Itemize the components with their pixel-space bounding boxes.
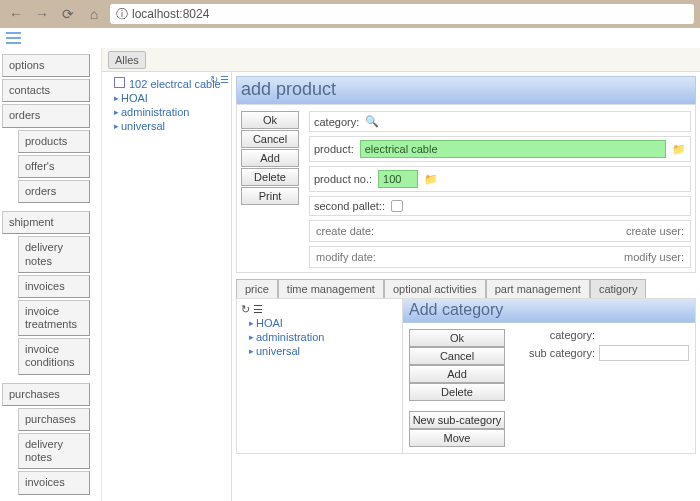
modify-info: modify date:modify user: <box>309 246 691 268</box>
product-buttons: OkCancelAddDeletePrint <box>241 111 299 268</box>
sidebar-item-options[interactable]: options <box>2 54 90 77</box>
tree1-hoai[interactable]: ▸HOAI <box>106 91 227 105</box>
sub-category-label: sub category: <box>515 347 595 359</box>
app: optionscontactsordersproductsoffer'sorde… <box>0 48 700 501</box>
category-main: Add category OkCancelAddDelete New sub-c… <box>403 299 695 453</box>
tab-catigory[interactable]: catigory <box>590 279 647 298</box>
refresh-icon[interactable]: ↻ <box>210 74 218 85</box>
tree2-administration[interactable]: ▸administration <box>241 330 398 344</box>
second-pallet-checkbox[interactable] <box>391 200 403 212</box>
category-buttons: OkCancelAddDelete New sub-categoryMove <box>409 329 505 447</box>
sidebar-item-offer-s[interactable]: offer's <box>18 155 90 178</box>
tree1-administration[interactable]: ▸administration <box>106 105 227 119</box>
product-fields: category: 🔍 product: electrical cable 📁 … <box>309 111 691 268</box>
chevron-right-icon: ▸ <box>114 121 119 131</box>
chevron-right-icon: ▸ <box>114 93 119 103</box>
move-button[interactable]: Move <box>409 429 505 447</box>
tree2-hoai[interactable]: ▸HOAI <box>241 316 398 330</box>
category-label: category: <box>515 329 595 341</box>
tab-optional-activities[interactable]: optional activities <box>384 279 486 298</box>
main-column: add product OkCancelAddDeletePrint categ… <box>232 72 700 501</box>
tab-price[interactable]: price <box>236 279 278 298</box>
sub-category-input[interactable] <box>599 345 689 361</box>
reload-button[interactable]: ⟳ <box>58 4 78 24</box>
sidebar-item-orders[interactable]: orders <box>2 104 90 127</box>
add-product-form: OkCancelAddDeletePrint category: 🔍 produ… <box>236 104 696 273</box>
expand-icon[interactable]: ☰ <box>220 74 229 85</box>
tabbar: pricetime managementoptional activitiesp… <box>236 279 696 298</box>
chevron-right-icon <box>114 77 127 90</box>
tree2-universal[interactable]: ▸universal <box>241 344 398 358</box>
forward-button[interactable]: → <box>32 4 52 24</box>
product-label: product: <box>314 143 354 155</box>
menu-icon[interactable] <box>6 32 694 44</box>
folder-icon[interactable]: 📁 <box>672 143 686 156</box>
sidebar-item-orders[interactable]: orders <box>18 180 90 203</box>
cancel-button[interactable]: Cancel <box>241 130 299 148</box>
second-pallet-label: second pallet:: <box>314 200 385 212</box>
expand-icon[interactable]: ☰ <box>253 303 263 315</box>
content: Alles ↻ ☰ 102 electrcal cable▸HOAI▸admin… <box>102 48 700 501</box>
sidebar-item-shipment[interactable]: shipment <box>2 211 90 234</box>
product-no-input[interactable]: 100 <box>378 170 418 188</box>
delete-button[interactable]: Delete <box>409 383 505 401</box>
print-button[interactable]: Print <box>241 187 299 205</box>
refresh-icon[interactable]: ↻ <box>241 303 250 315</box>
sidebar-item-invoices[interactable]: invoices <box>18 471 90 494</box>
product-no-label: product no.: <box>314 173 372 185</box>
sidebar-item-delivery-notes[interactable]: delivery notes <box>18 236 90 272</box>
sidebar-item-purchases[interactable]: purchases <box>2 383 90 406</box>
chevron-right-icon: ▸ <box>249 318 254 328</box>
folder-icon[interactable]: 📁 <box>424 173 438 186</box>
search-icon[interactable]: 🔍 <box>365 115 379 128</box>
sidebar-item-purchases[interactable]: purchases <box>18 408 90 431</box>
cancel-button[interactable]: Cancel <box>409 347 505 365</box>
tree1-universal[interactable]: ▸universal <box>106 119 227 133</box>
delete-button[interactable]: Delete <box>241 168 299 186</box>
category-fields: category: sub category: <box>515 329 689 447</box>
filter-chip[interactable]: Alles <box>108 51 146 69</box>
add-category-title: Add category <box>403 299 695 323</box>
sidebar-item-contacts[interactable]: contacts <box>2 79 90 102</box>
chevron-right-icon: ▸ <box>114 107 119 117</box>
workspace: ↻ ☰ 102 electrcal cable▸HOAI▸administrat… <box>102 72 700 501</box>
topbar: Alles <box>102 48 700 72</box>
url-bar[interactable]: ⓘ localhost:8024 <box>110 4 694 24</box>
ok-button[interactable]: Ok <box>241 111 299 129</box>
tab-time-management[interactable]: time management <box>278 279 384 298</box>
new-sub-category-button[interactable]: New sub-category <box>409 411 505 429</box>
tree1-electrical-cable[interactable]: 102 electrcal cable <box>106 76 227 91</box>
sidebar-item-delivery-notes[interactable]: delivery notes <box>18 433 90 469</box>
ok-button[interactable]: Ok <box>409 329 505 347</box>
sidebar-item-invoices[interactable]: invoices <box>18 275 90 298</box>
sidebar-item-products[interactable]: products <box>18 130 90 153</box>
back-button[interactable]: ← <box>6 4 26 24</box>
chevron-right-icon: ▸ <box>249 332 254 342</box>
info-icon: ⓘ <box>116 6 128 23</box>
sidebar-item-invoice-treatments[interactable]: invoice treatments <box>18 300 90 336</box>
category-label: category: <box>314 116 359 128</box>
tab-part-management[interactable]: part management <box>486 279 590 298</box>
sidebar: optionscontactsordersproductsoffer'sorde… <box>0 48 102 501</box>
add-product-title: add product <box>236 76 696 104</box>
chevron-right-icon: ▸ <box>249 346 254 356</box>
add-button[interactable]: Add <box>409 365 505 383</box>
browser-bar: ← → ⟳ ⌂ ⓘ localhost:8024 <box>0 0 700 28</box>
tree-column-category: ↻ ☰ ▸HOAI▸administration▸universal <box>237 299 403 453</box>
url-text: localhost:8024 <box>132 7 209 21</box>
tree-column-product: ↻ ☰ 102 electrcal cable▸HOAI▸administrat… <box>102 72 232 501</box>
product-input[interactable]: electrical cable <box>360 140 666 158</box>
sidebar-item-invoice-conditions[interactable]: invoice conditions <box>18 338 90 374</box>
create-info: create date:create user: <box>309 220 691 242</box>
home-button[interactable]: ⌂ <box>84 4 104 24</box>
add-button[interactable]: Add <box>241 149 299 167</box>
category-panel: ↻ ☰ ▸HOAI▸administration▸universal Add c… <box>236 298 696 454</box>
